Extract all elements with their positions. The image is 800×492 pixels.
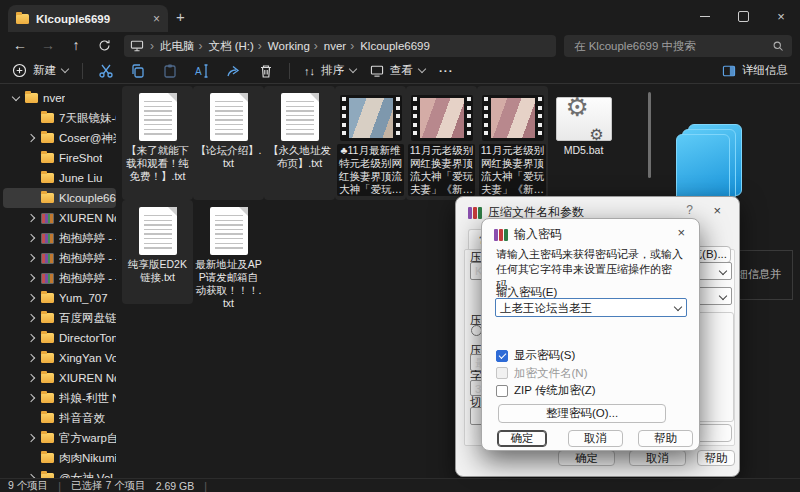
breadcrumb-item[interactable]: › Working [254,39,310,53]
archive-ok-button[interactable]: 确定 [558,450,615,466]
details-pane-button[interactable]: 详细信息 [722,63,788,78]
file-tile[interactable]: 11月元老级别网红换妻界顶流大神「爱玩夫妻」《新夫妻的第... [477,86,548,200]
file-tile[interactable]: 11月元老级别网红换妻界顶流大神「爱玩夫妻」《新夫妻的第... [406,86,477,200]
sidebar-item[interactable]: 抖娘-利世 NO.0 [3,388,116,408]
file-tile[interactable]: MD5.bat [548,86,619,200]
password-ok-button[interactable]: 确定 [497,430,547,447]
breadcrumb[interactable]: › 此电脑 › 文档 (H:) › Working › nver › Klcou… [124,35,556,57]
chevron-icon[interactable] [27,315,36,321]
title-bar: Klcouple6699 × + × [0,0,800,32]
password-input[interactable]: 上老王论坛当老王 [495,298,687,317]
chevron-icon[interactable] [27,395,36,401]
more-button[interactable]: ··· [439,65,454,77]
new-tab-button[interactable]: + [176,8,185,25]
close-button[interactable]: × [762,0,800,32]
chevron-icon[interactable] [11,96,20,100]
chevron-icon[interactable] [27,435,36,441]
back-button[interactable]: ← [8,33,32,57]
chevron-icon[interactable] [27,255,36,261]
maximize-button[interactable] [724,0,762,32]
archive-help-button[interactable]: 帮助 [697,450,735,466]
breadcrumb-separator-icon: › [195,39,207,53]
minimize-icon [700,16,710,17]
chevron-icon[interactable] [27,235,36,241]
search-input[interactable] [572,39,772,53]
sidebar-item[interactable]: Yum_707 [3,288,116,308]
breadcrumb-item[interactable]: › 此电脑 [146,39,195,54]
view-button[interactable]: 查看 [370,63,425,78]
checkbox-icon[interactable] [496,385,508,397]
up-button[interactable]: ↑ [64,33,88,57]
sidebar-item[interactable]: 抖音音效 [3,408,116,428]
cut-button[interactable] [97,62,115,80]
help-icon[interactable]: ? [686,203,693,217]
breadcrumb-label[interactable]: Working [268,40,310,52]
chevron-icon[interactable] [27,355,36,361]
checkbox-icon[interactable] [496,367,508,379]
sidebar-item-icon [41,353,54,363]
breadcrumb-item[interactable]: › Klcouple6699 [346,39,430,53]
breadcrumb-label[interactable]: Klcouple6699 [360,40,430,52]
sidebar-item[interactable]: Coser@神楽坂 [3,128,116,148]
file-tile[interactable]: 纯享版ED2K链接.txt [122,200,193,304]
password-help-button[interactable]: 帮助 [638,430,693,447]
tab-close-icon[interactable]: × [153,12,160,26]
sidebar-item[interactable]: @女神 Vol.0 [3,468,116,478]
sidebar-item-label: DirectorTong[ [59,332,116,344]
file-tile[interactable]: 【论坛介绍】.txt [193,86,264,200]
sidebar-item[interactable]: FireShot [3,148,116,168]
sidebar-item[interactable]: 百度网盘链接-秒 [3,308,116,328]
chevron-icon[interactable] [27,135,36,141]
sidebar-item[interactable]: XingYan Vol.39 [3,348,116,368]
copy-button[interactable] [129,62,147,80]
sidebar-item[interactable]: 抱抱婷婷 - 半 [3,228,116,248]
vertical-scrollbar[interactable] [648,92,651,178]
checkbox-icon[interactable] [496,350,508,362]
rename-button[interactable]: A [193,62,211,80]
breadcrumb-label[interactable]: 文档 (H:) [209,39,254,54]
breadcrumb-item[interactable]: › 文档 (H:) [195,39,254,54]
explorer-tab[interactable]: Klcouple6699 × [8,5,168,32]
file-tile[interactable]: 【来了就能下载和观看！纯免费！】.txt [122,86,193,200]
chevron-icon[interactable] [27,275,36,281]
sidebar-item[interactable]: June Liu [3,168,116,188]
chevron-icon[interactable] [27,215,36,221]
file-tile[interactable]: 最新地址及APP请发邮箱自动获取！！！.txt [193,200,264,304]
chevron-icon[interactable] [27,335,36,341]
file-tile[interactable]: 【永久地址发布页】.txt [264,86,335,200]
sidebar-item[interactable]: nver [3,88,116,108]
breadcrumb-label[interactable]: 此电脑 [160,39,195,54]
sidebar-item[interactable]: 肉肉Nikumikyo [3,448,116,468]
organize-passwords-button[interactable]: 整理密码(O)... [498,404,666,423]
checkbox-row[interactable]: 加密文件名(N) [496,366,587,381]
close-icon[interactable]: × [713,203,721,218]
minimize-button[interactable] [686,0,724,32]
archive-cancel-button[interactable]: 取消 [629,450,686,466]
sort-button[interactable]: ↑↓ 排序 [304,63,356,78]
sidebar-item[interactable]: XIUREN No.1 [3,208,116,228]
close-icon[interactable]: × [677,225,685,240]
breadcrumb-item[interactable]: › nver [310,39,346,53]
refresh-button[interactable] [92,33,116,57]
password-cancel-button[interactable]: 取消 [568,430,623,447]
sidebar-item-label: Coser@神楽坂 [59,131,116,146]
sidebar-item[interactable]: Klcouple6699 [3,188,116,208]
sidebar-item[interactable]: XIUREN No.107 [3,368,116,388]
delete-button[interactable] [257,62,275,80]
sidebar-item[interactable]: 官方warp自动设 [3,428,116,448]
paste-button[interactable] [161,62,179,80]
new-button[interactable]: 新建 [12,63,68,78]
breadcrumb-label[interactable]: nver [324,40,346,52]
sidebar-item[interactable]: DirectorTong[ [3,328,116,348]
chevron-icon[interactable] [27,295,36,301]
sidebar-item[interactable]: 抱抱婷婷 - 半 [3,268,116,288]
sidebar-item[interactable]: 抱抱婷婷 - 半 [3,248,116,268]
forward-button[interactable]: → [36,33,60,57]
share-button[interactable] [225,62,243,80]
chevron-icon[interactable] [27,375,36,381]
search-box[interactable] [564,35,792,57]
checkbox-row[interactable]: ZIP 传统加密(Z) [496,383,596,398]
checkbox-row[interactable]: 显示密码(S) [496,348,575,363]
file-tile[interactable]: ♣11月最新维特元老级别网红换妻界顶流大神「爱玩夫妻」《... [335,86,406,200]
sidebar-item[interactable]: 7天眼镜妹-6部 [3,108,116,128]
